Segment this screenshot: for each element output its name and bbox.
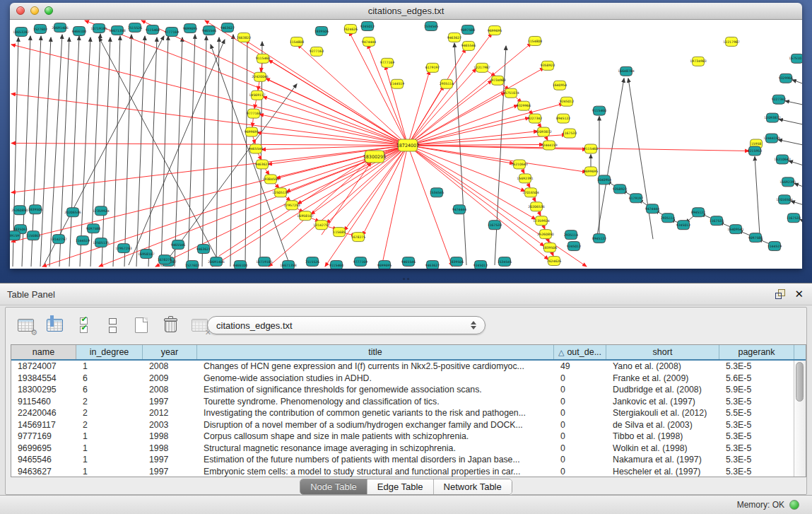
- network-node[interactable]: 22420046: [252, 72, 268, 81]
- select-rows-icon[interactable]: [73, 315, 93, 335]
- network-edge[interactable]: [175, 37, 182, 267]
- network-edge[interactable]: [382, 145, 408, 267]
- network-node[interactable]: 16210643: [774, 155, 790, 164]
- network-edge[interactable]: [794, 183, 802, 189]
- network-node[interactable]: 9245012: [560, 97, 575, 106]
- table-row[interactable]: 911546021997Tourette syndrome. Phenomeno…: [11, 396, 794, 408]
- network-edge[interactable]: [408, 104, 563, 146]
- network-node[interactable]: 10719185: [90, 23, 107, 33]
- network-node[interactable]: 9699695: [245, 127, 259, 136]
- network-node[interactable]: 9463627: [220, 23, 235, 32]
- network-node[interactable]: 9097588: [86, 224, 101, 233]
- network-node[interactable]: 9115460: [146, 25, 160, 34]
- network-view-canvas[interactable]: 1065328715276022069140664661001071918514…: [10, 20, 802, 269]
- minimize-window-button[interactable]: [30, 6, 39, 15]
- network-node[interactable]: 17359924: [93, 206, 109, 216]
- network-node[interactable]: 15751074: [789, 54, 802, 63]
- network-edge[interactable]: [11, 45, 408, 146]
- network-node[interactable]: 7663822: [237, 33, 252, 42]
- network-node[interactable]: 10653287: [13, 27, 29, 36]
- network-edge[interactable]: [408, 33, 492, 146]
- network-node[interactable]: 12217987: [473, 63, 490, 72]
- column-header-name[interactable]: name: [11, 345, 76, 359]
- network-edge[interactable]: [211, 45, 290, 265]
- network-node[interactable]: 9115460: [329, 261, 344, 269]
- network-node[interactable]: 1154808: [528, 36, 543, 45]
- network-node[interactable]: 17016504: [522, 188, 539, 197]
- network-edge[interactable]: [791, 201, 802, 207]
- column-header-pagerank[interactable]: pagerank: [719, 345, 794, 359]
- zoom-window-button[interactable]: [45, 6, 53, 15]
- network-edge[interactable]: [148, 37, 157, 267]
- network-node[interactable]: 15692391: [779, 177, 796, 187]
- column-header-short[interactable]: short: [606, 345, 719, 359]
- close-window-button[interactable]: [16, 6, 25, 15]
- network-node[interactable]: 1534545: [498, 257, 512, 267]
- network-node[interactable]: 19384554: [262, 175, 278, 184]
- delete-icon[interactable]: [160, 315, 180, 335]
- network-node[interactable]: 1167533: [563, 129, 577, 138]
- tab-edge-table[interactable]: Edge Table: [367, 479, 434, 494]
- network-node[interactable]: 7515526: [128, 23, 143, 32]
- network-edge[interactable]: [163, 84, 297, 267]
- network-node[interactable]: 1527602: [33, 24, 48, 33]
- network-node[interactable]: 1156863: [26, 231, 41, 240]
- network-node[interactable]: 19734983: [690, 57, 706, 66]
- network-node[interactable]: 9699695: [183, 23, 198, 33]
- table-row[interactable]: 1938455462009Genome-wide association stu…: [11, 373, 794, 385]
- network-node[interactable]: 9245012: [360, 21, 375, 30]
- network-node[interactable]: 9097588: [461, 25, 476, 34]
- network-node[interactable]: 9097588: [748, 233, 763, 243]
- network-edge[interactable]: [408, 71, 430, 146]
- new-table-icon[interactable]: [131, 315, 151, 335]
- network-node[interactable]: 9699695: [584, 167, 599, 176]
- network-node[interactable]: 12505135: [272, 188, 288, 197]
- network-node[interactable]: 9465546: [249, 144, 264, 153]
- network-edge[interactable]: [11, 144, 408, 146]
- network-edge[interactable]: [40, 37, 51, 267]
- network-window-titlebar[interactable]: citations_edges.txt: [10, 3, 802, 20]
- network-edge[interactable]: [298, 145, 408, 204]
- network-edge[interactable]: [778, 140, 802, 147]
- network-node[interactable]: 18300295: [363, 151, 386, 163]
- tab-node-table[interactable]: Node Table: [300, 479, 367, 494]
- network-edge[interactable]: [408, 145, 525, 191]
- network-edge[interactable]: [792, 80, 802, 87]
- column-header-in-degree[interactable]: in_degree: [76, 345, 143, 359]
- network-node[interactable]: 1678275: [351, 233, 366, 242]
- network-edge[interactable]: [49, 35, 62, 267]
- table-row[interactable]: 946362711997Embryonic stem cells: a mode…: [11, 466, 794, 478]
- network-node[interactable]: 9474444: [452, 205, 467, 214]
- network-node[interactable]: 2935114: [661, 214, 676, 223]
- network-node[interactable]: 9777169: [380, 58, 395, 67]
- network-node[interactable]: 1640954: [597, 175, 612, 185]
- table-selector-dropdown[interactable]: citations_edges.txt: [207, 316, 486, 334]
- network-node[interactable]: 9329966: [517, 101, 531, 110]
- network-edge[interactable]: [245, 40, 408, 146]
- network-node[interactable]: 9358923: [613, 185, 628, 194]
- network-node[interactable]: 16958107: [297, 211, 313, 221]
- network-node[interactable]: 8215953: [748, 146, 763, 156]
- network-edge[interactable]: [129, 40, 225, 265]
- network-node[interactable]: 12505135: [93, 238, 109, 247]
- table-row[interactable]: 1872400712008Changes of HCN gene express…: [11, 361, 794, 373]
- network-node[interactable]: 9463627: [425, 261, 440, 269]
- table-row[interactable]: 946554611997Estimation of the future num…: [11, 454, 794, 466]
- network-node[interactable]: 12217987: [723, 37, 739, 46]
- table-column-icon[interactable]: [45, 315, 64, 335]
- network-node[interactable]: 9474444: [362, 37, 377, 46]
- network-node[interactable]: 14671358: [280, 261, 296, 269]
- scrollbar-thumb[interactable]: [796, 362, 804, 402]
- network-node[interactable]: 17957253: [115, 244, 131, 253]
- network-node[interactable]: 9329966: [779, 74, 794, 83]
- network-edge[interactable]: [11, 94, 408, 146]
- network-node[interactable]: 9245012: [567, 242, 582, 251]
- network-node[interactable]: 16648784: [618, 66, 634, 76]
- table-row[interactable]: 969969511998Structural magnetic resonanc…: [11, 443, 794, 455]
- network-node[interactable]: 13142757: [313, 221, 329, 230]
- network-edge[interactable]: [44, 36, 164, 265]
- network-node[interactable]: 1527602: [185, 261, 200, 269]
- network-node[interactable]: 9227342: [772, 95, 787, 104]
- network-node[interactable]: 9777169: [165, 27, 180, 36]
- table-row[interactable]: 977716911998Corpus callosum shape and si…: [11, 431, 794, 443]
